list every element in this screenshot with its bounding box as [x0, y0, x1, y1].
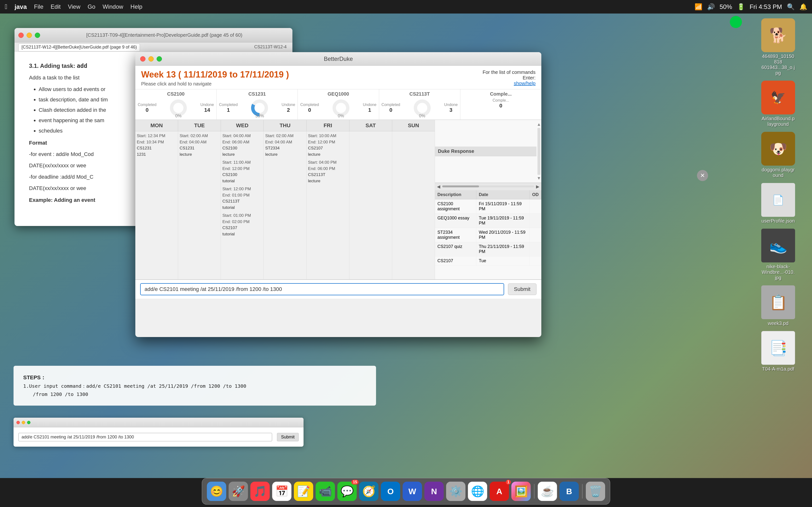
task-date: Wed 20/11/2019 - 11:59 PM: [476, 228, 530, 242]
dock-photos[interactable]: 🖼️: [511, 482, 531, 501]
cal-tue-col: Start: 02:00 AM End: 04:00 AM CS1231 lec…: [178, 131, 221, 279]
dock-notes[interactable]: 📝: [294, 482, 313, 501]
dock-facetime[interactable]: 📹: [316, 482, 335, 501]
finder-icon: 😊: [210, 485, 223, 498]
dock-word[interactable]: W: [403, 482, 422, 501]
window-titlebar: BetterDuke: [135, 52, 541, 66]
steps-area: STEPS： 1.User input command：add/e CS2101…: [13, 366, 376, 406]
module-cs2100: CS2100 Completed 0 0% Undone: [135, 89, 216, 119]
scrollbar-down-arrow[interactable]: ▼: [537, 176, 541, 181]
cal-fri-header: FRI: [307, 120, 349, 131]
menubar-window[interactable]: Window: [102, 3, 123, 10]
desktop-icon-dog2[interactable]: 🐶 doggomi.playground: [747, 132, 810, 178]
betterduke-window: BetterDuke Week 13 ( 11/11/2019 to 17/11…: [135, 52, 541, 337]
dock-outlook[interactable]: O: [381, 482, 400, 501]
col-od: OD: [529, 190, 541, 200]
small-submit-button[interactable]: Submit: [277, 433, 299, 441]
dock-bluej[interactable]: B: [559, 482, 579, 501]
week-header: Week 13 ( 11/11/2019 to 17/11/2019 ) Ple…: [135, 66, 541, 89]
close-overlay-button[interactable]: ✕: [697, 170, 708, 181]
cal-event: Start: 02:00 AM End: 04:00 AM ST2334 lec…: [265, 133, 305, 157]
week3-label: week3.pd: [768, 321, 789, 326]
notes-icon: 📝: [297, 485, 310, 498]
dock-music[interactable]: 🎵: [250, 482, 270, 501]
dock-messages[interactable]: 💬 15: [337, 482, 357, 501]
command-input[interactable]: [140, 283, 504, 295]
scrollbar-up-arrow[interactable]: ▲: [537, 122, 541, 127]
pdf-bg-title: [CS2113T-T09-4][Entertainment-Pro]Develo…: [86, 32, 242, 38]
table-row: ST2334 assignment Wed 20/11/2019 - 11:59…: [435, 228, 541, 242]
apple-logo-icon[interactable]: : [5, 3, 7, 11]
task-desc: CS2107 quiz: [435, 242, 476, 257]
menubar-edit[interactable]: Edit: [51, 3, 61, 10]
cal-event: Start: 12:00 PM End: 01:00 PM CS2113T tu…: [222, 186, 262, 211]
step1-label: 1.User input command：add/e CS2101 meetin…: [23, 382, 366, 390]
module-cs2113t-name: CS2113T: [382, 91, 458, 97]
module-cs2113t: CS2113T Completed 0 0% Undone 3: [379, 89, 460, 119]
menubar-app-name[interactable]: java: [14, 3, 27, 11]
dock-trash[interactable]: 🗑️: [586, 482, 605, 501]
dock: 😊 🚀 🎵 📅 📝 📹 💬 15 🧭 O W N ⚙️ 🌐 A 1 🖼️: [202, 478, 610, 505]
pdf-bg-tab[interactable]: [CS2113T-W12-4][BetterDuke]UserGuide.pdf…: [18, 44, 140, 51]
menubar-view[interactable]: View: [68, 3, 81, 10]
dock-java[interactable]: ☕: [538, 482, 557, 501]
task-desc: CS2107: [435, 257, 476, 266]
week-title: Week 13 ( 11/11/2019 to 17/11/2019 ): [141, 69, 289, 80]
word-icon: W: [408, 487, 416, 496]
module-cs1231: CS1231 Completed 1 33% Undone: [216, 89, 298, 119]
pdf-bg-maximize-btn[interactable]: [35, 33, 40, 38]
dock-calendar[interactable]: 📅: [272, 482, 292, 501]
task-date: Fri 15/11/2019 - 11:59 PM: [476, 200, 530, 214]
menubar-help[interactable]: Help: [131, 3, 142, 10]
task-od: [529, 200, 541, 214]
outlook-icon: O: [388, 487, 394, 496]
notification-icon[interactable]: 🔔: [800, 3, 807, 11]
nike-icon: 👟: [769, 237, 788, 254]
user-profile-icon: 📄: [772, 194, 784, 206]
calendar-body: Start: 12:34 PM End: 10:34 PM CS1231 123…: [135, 131, 435, 279]
small-max-btn[interactable]: [27, 421, 31, 424]
desktop-icon-swift[interactable]: 🦅 AirlandBound.playground: [747, 80, 810, 127]
pdf-bg-minimize-btn[interactable]: [27, 33, 32, 38]
desktop-icon-dog1[interactable]: 🐕 464893_10150818 601943...38_o.jpg: [747, 18, 810, 76]
search-icon[interactable]: 🔍: [787, 3, 795, 11]
desktop-icon-week3[interactable]: 📋 week3.pd: [747, 285, 810, 326]
panel-scroll-right[interactable]: ▶: [536, 184, 540, 189]
menubar-file[interactable]: File: [34, 3, 44, 10]
task-desc: GEQ1000 essay: [435, 214, 476, 228]
table-row: CS2107 quiz Thu 21/11/2019 - 11:59 PM: [435, 242, 541, 257]
settings-icon: ⚙️: [449, 485, 463, 498]
dock-angular[interactable]: A 1: [490, 482, 509, 501]
panel-scroll-left[interactable]: ◀: [437, 184, 440, 189]
input-bar: Submit: [135, 279, 541, 299]
desktop-icon-nike[interactable]: 👟 nike-black-Windbre...-010.jpg: [747, 229, 810, 281]
menubar-go[interactable]: Go: [88, 3, 95, 10]
submit-button[interactable]: Submit: [508, 283, 537, 295]
dock-chrome[interactable]: 🌐: [468, 482, 487, 501]
pdf-bg-tab2[interactable]: CS2113T-W12-4: [252, 43, 289, 51]
pdf-bg-traffic-lights: [18, 33, 40, 38]
t04-icon: 📑: [769, 339, 788, 356]
step1-cont: /from 1200 /to 1300: [23, 390, 366, 398]
cal-fri-col: Start: 10:00 AM End: 12:00 PM CS2107 lec…: [307, 131, 349, 279]
dock-launchpad[interactable]: 🚀: [229, 482, 248, 501]
close-button[interactable]: [140, 56, 146, 62]
calendar-icon: 📅: [275, 485, 289, 498]
dock-onenote[interactable]: N: [424, 482, 444, 501]
menubar-left:  java File Edit View Go Window Help: [5, 3, 142, 11]
small-close-btn[interactable]: [16, 421, 20, 424]
desktop-icon-t04[interactable]: 📑 T04-A-m1a.pdf: [747, 331, 810, 372]
minimize-button[interactable]: [148, 56, 154, 62]
traffic-lights: [140, 56, 162, 62]
maximize-button[interactable]: [157, 56, 162, 62]
small-command-input[interactable]: [18, 433, 272, 441]
pdf-bg-close-btn[interactable]: [18, 33, 24, 38]
help-link[interactable]: show/help: [483, 80, 536, 86]
dock-settings[interactable]: ⚙️: [446, 482, 465, 501]
dock-safari[interactable]: 🧭: [359, 482, 378, 501]
dock-finder[interactable]: 😊: [207, 482, 226, 501]
t04-label: T04-A-m1a.pdf: [762, 366, 794, 372]
small-min-btn[interactable]: [22, 421, 25, 424]
trash-icon: 🗑️: [589, 485, 602, 498]
desktop-icon-user-profile[interactable]: 📄 userProfile.json: [747, 183, 810, 224]
